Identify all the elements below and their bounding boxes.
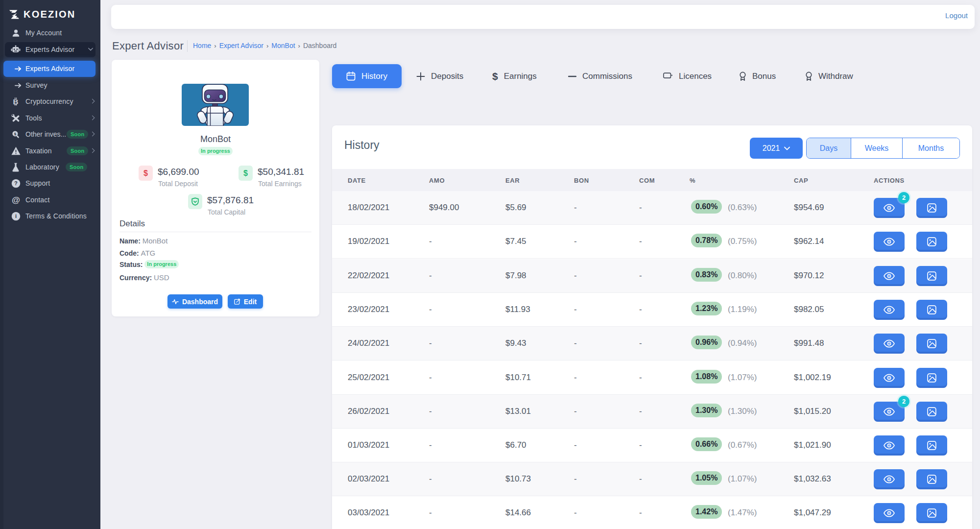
svg-text:@: @	[11, 195, 20, 205]
svg-text:$: $	[14, 131, 16, 136]
svg-text:i: i	[15, 213, 16, 219]
svg-text:B: B	[13, 97, 18, 106]
svg-text:?: ?	[14, 180, 18, 186]
